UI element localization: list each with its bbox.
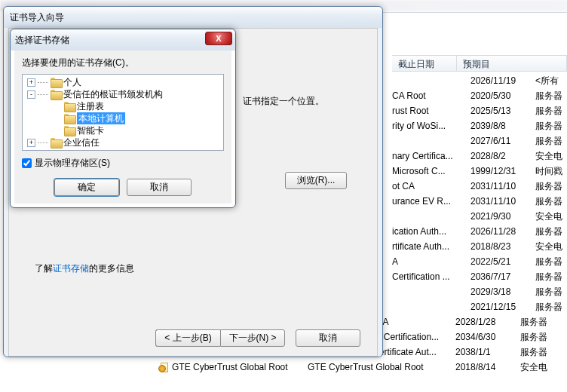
cell-date: 2034/6/30	[455, 332, 520, 342]
tree-label: 注册表	[77, 100, 104, 112]
list-row[interactable]: ot CA2031/11/10服务器	[392, 179, 567, 194]
folder-icon	[64, 126, 75, 135]
list-row[interactable]: CA Root2020/5/30服务器	[392, 88, 567, 103]
cell-issued: GTE CyberTrust Global Root	[308, 362, 455, 372]
cert-icon	[158, 362, 169, 372]
cell-date: 2031/11/10	[470, 196, 535, 207]
cell-issued: rity of WoSi...	[392, 121, 470, 131]
cell-date: 1999/12/31	[470, 166, 535, 176]
cell-date: 2026/11/28	[470, 226, 535, 237]
ok-button[interactable]: 确定	[54, 179, 119, 196]
list-row[interactable]: A2022/5/21服务器	[392, 254, 567, 269]
tree-expander-icon[interactable]: +	[27, 78, 35, 87]
cell-date: 2022/5/21	[470, 256, 535, 267]
cell-date: 2021/12/15	[470, 302, 535, 312]
tree-label: 受信任的根证书颁发机构	[63, 88, 163, 100]
col-expiry[interactable]: 截止日期	[392, 56, 457, 71]
list-row[interactable]: 2021/12/15服务器	[392, 299, 567, 314]
tree-node[interactable]: -受信任的根证书颁发机构	[24, 88, 222, 100]
tree-expander-icon[interactable]: +	[27, 139, 35, 147]
cell-date: 2020/5/30	[470, 90, 535, 101]
cell-issued: rtificate Auth...	[392, 241, 470, 252]
cell-type: 服务器	[535, 195, 567, 208]
list-row[interactable]: ication Auth...2026/11/28服务器	[392, 224, 567, 239]
cell-type: 服务器	[535, 225, 567, 238]
dialog-message: 选择要使用的证书存储(C)。	[22, 57, 224, 69]
cell-type: 安全电	[520, 361, 561, 374]
back-button[interactable]: < 上一步(B)	[155, 329, 220, 347]
cell-date: 2029/3/18	[470, 286, 535, 297]
cell-type: 服务器	[535, 271, 567, 283]
tree-node[interactable]: +企业信任	[24, 136, 222, 149]
wizard-cancel-button[interactable]: 取消	[296, 329, 360, 347]
cell-issued: ication Auth...	[392, 226, 470, 237]
cell-type: 服务器	[535, 256, 567, 268]
next-button[interactable]: 下一步(N) >	[220, 329, 285, 347]
cell-type: 服务器	[535, 180, 567, 193]
cell-date: 2038/1/1	[455, 347, 520, 357]
cell-type: 服务器	[535, 135, 567, 148]
list-row[interactable]: 2029/3/18服务器	[392, 284, 567, 299]
list-row[interactable]: Microsoft C...1999/12/31时间戳	[392, 164, 567, 179]
folder-icon	[51, 138, 61, 147]
cell-type: 服务器	[535, 90, 567, 103]
list-row[interactable]: GTE CyberTrust Global RootGTE CyberTrust…	[158, 360, 567, 375]
tree-node[interactable]: 智能卡	[24, 124, 222, 136]
wizard-info: 了解证书存储的更多信息	[35, 262, 134, 275]
folder-icon	[51, 78, 61, 87]
show-physical-row[interactable]: 显示物理存储区(S)	[22, 157, 224, 170]
tree-label: 企业信任	[63, 136, 100, 149]
cert-store-tree[interactable]: +个人-受信任的根证书颁发机构注册表本地计算机智能卡+企业信任	[22, 74, 224, 151]
list-row[interactable]: rtificate Auth...2018/8/23安全电	[392, 239, 567, 254]
list-row[interactable]: 2021/9/30安全电	[392, 209, 567, 224]
tree-label: 个人	[63, 76, 81, 88]
cell-date: 2036/7/17	[470, 271, 535, 282]
cell-type: 服务器	[520, 331, 561, 344]
close-button[interactable]: X	[205, 32, 232, 45]
folder-icon	[64, 102, 75, 111]
cell-issued: A	[392, 256, 470, 267]
list-row[interactable]: nary Certifica...2028/8/2安全电	[392, 149, 567, 164]
cell-issued: urance EV R...	[392, 196, 470, 207]
tree-label: 智能卡	[77, 124, 104, 136]
cell-date: 2026/11/19	[470, 75, 535, 86]
browse-button[interactable]: 浏览(R)...	[285, 172, 347, 189]
cell-date: 2027/6/11	[470, 136, 535, 146]
cell-type: 服务器	[520, 346, 561, 359]
dialog-cancel-button[interactable]: 取消	[127, 179, 192, 196]
cell-type: 服务器	[535, 301, 567, 314]
cell-date: 2031/11/10	[470, 181, 535, 191]
cell-date: 2021/9/30	[470, 211, 535, 222]
cell-issued: nary Certifica...	[392, 151, 470, 161]
col-type[interactable]: 预期目	[457, 56, 567, 71]
list-row[interactable]: 2026/11/19<所有	[392, 73, 567, 88]
cell-issued: rust Root	[392, 106, 470, 116]
cell-date: 2018/8/14	[455, 362, 520, 372]
show-physical-checkbox[interactable]	[22, 158, 32, 168]
dialog-titlebar[interactable]: 选择证书存储 X	[11, 29, 235, 51]
tree-expander-icon[interactable]: -	[27, 90, 35, 99]
tree-node[interactable]: +个人	[24, 76, 222, 88]
folder-icon	[64, 114, 75, 123]
wizard-titlebar[interactable]: 证书导入向导	[4, 7, 382, 28]
list-row[interactable]: urance EV R...2031/11/10服务器	[392, 194, 567, 209]
list-header: 截止日期 预期目	[392, 55, 567, 72]
list-row[interactable]: Certification ...2036/7/17服务器	[392, 269, 567, 284]
list-row[interactable]: rity of WoSi...2039/8/8服务器	[392, 118, 567, 133]
cell-date: 2025/5/13	[470, 106, 535, 116]
cell-type: 安全电	[535, 210, 567, 223]
list-row[interactable]: 2027/6/11服务器	[392, 133, 567, 149]
folder-icon	[51, 90, 61, 99]
dialog-title: 选择证书存储	[15, 34, 69, 47]
cell-type: 时间戳	[535, 165, 567, 178]
tree-node[interactable]: 注册表	[24, 100, 222, 112]
wizard-instruction: 证书指定一个位置。	[243, 95, 324, 108]
show-physical-label: 显示物理存储区(S)	[35, 157, 110, 170]
wizard-title: 证书导入向导	[10, 11, 64, 24]
cert-store-link[interactable]: 证书存储	[53, 263, 89, 274]
tree-label: 本地计算机	[77, 112, 125, 124]
cell-date: 2028/8/2	[470, 151, 535, 161]
tree-node[interactable]: 本地计算机	[24, 112, 222, 124]
cell-date: 2039/8/8	[470, 121, 535, 131]
list-row[interactable]: rust Root2025/5/13服务器	[392, 103, 567, 118]
